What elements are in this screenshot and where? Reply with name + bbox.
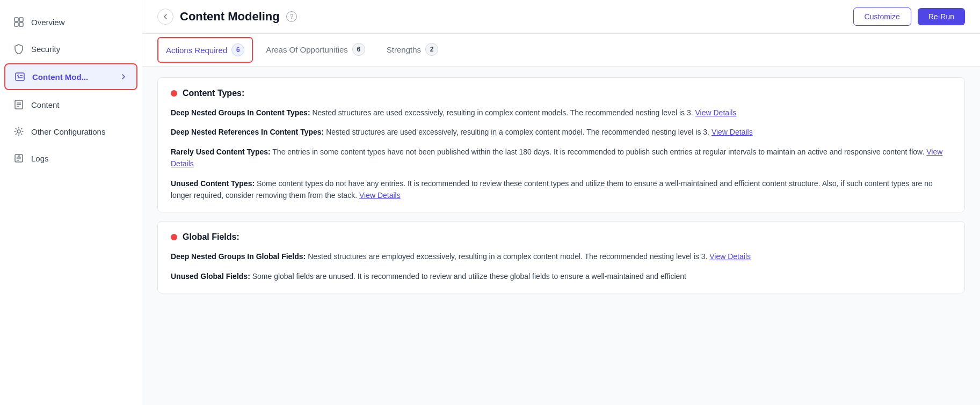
issue-label-rarely-used: Rarely Used Content Types: xyxy=(171,148,271,156)
svg-point-17 xyxy=(18,155,20,157)
issue-deep-nested-groups-gf: Deep Nested Groups In Global Fields: Nes… xyxy=(171,251,952,262)
issue-unused-global-fields: Unused Global Fields: Some global fields… xyxy=(171,270,952,282)
issue-label-unused-global-fields: Unused Global Fields: xyxy=(171,272,250,281)
content-icon xyxy=(13,99,25,111)
tabs-bar: Actions Required 6 Areas Of Opportunitie… xyxy=(142,34,980,67)
sidebar-item-overview-label: Overview xyxy=(31,18,65,27)
issue-rarely-used: Rarely Used Content Types: The entries i… xyxy=(171,146,952,170)
tab-strengths-label: Strengths xyxy=(387,45,421,54)
issue-desc-unused-content-types: Some content types do not have any entri… xyxy=(171,179,933,200)
header-left: Content Modeling ? xyxy=(157,9,297,25)
help-icon[interactable]: ? xyxy=(286,11,297,22)
tab-areas-of-opportunities[interactable]: Areas Of Opportunities 6 xyxy=(257,35,374,64)
header-actions: Customize Re-Run xyxy=(853,8,965,26)
issue-desc-deep-nested-groups: Nested structures are used excessively, … xyxy=(312,108,693,117)
svg-rect-2 xyxy=(14,23,18,26)
sidebar-item-logs[interactable]: Logs xyxy=(0,145,142,172)
view-details-deep-nested-groups-gf[interactable]: View Details xyxy=(709,252,751,261)
svg-rect-3 xyxy=(19,23,23,26)
security-icon xyxy=(13,43,25,55)
svg-rect-0 xyxy=(14,18,18,21)
sidebar-item-content-modeling-label: Content Mod... xyxy=(32,72,88,82)
header: Content Modeling ? Customize Re-Run xyxy=(142,0,980,34)
sidebar-item-security-label: Security xyxy=(31,45,60,54)
issue-desc-rarely-used: The entries in some content types have n… xyxy=(272,148,924,156)
page-title: Content Modeling xyxy=(180,10,280,24)
chevron-right-icon xyxy=(119,72,128,81)
tab-strengths[interactable]: Strengths 2 xyxy=(378,35,447,64)
content-mod-icon xyxy=(14,71,26,83)
sidebar-item-content-modeling[interactable]: Content Mod... xyxy=(4,63,137,90)
config-icon xyxy=(13,126,25,137)
red-dot-global-fields xyxy=(171,234,177,240)
svg-rect-4 xyxy=(16,73,24,80)
issue-deep-nested-groups: Deep Nested Groups In Content Types: Nes… xyxy=(171,107,952,119)
view-details-unused-content-types[interactable]: View Details xyxy=(359,191,401,200)
sidebar-item-other-configurations-label: Other Configurations xyxy=(31,127,105,136)
issue-label-deep-nested-groups-gf: Deep Nested Groups In Global Fields: xyxy=(171,252,306,261)
svg-point-5 xyxy=(18,75,19,77)
tab-strengths-badge: 2 xyxy=(425,43,438,56)
issue-unused-content-types: Unused Content Types: Some content types… xyxy=(171,178,952,202)
sidebar-item-logs-label: Logs xyxy=(31,154,49,163)
logs-icon xyxy=(13,152,25,164)
svg-rect-1 xyxy=(19,18,23,21)
sidebar-item-content[interactable]: Content xyxy=(0,91,142,118)
sidebar-item-security[interactable]: Security xyxy=(0,35,142,62)
sidebar-item-overview[interactable]: Overview xyxy=(0,9,142,35)
issue-label-deep-nested-groups: Deep Nested Groups In Content Types: xyxy=(171,108,310,117)
tab-actions-required-badge: 6 xyxy=(231,43,244,56)
svg-rect-13 xyxy=(15,154,23,162)
issue-label-unused-content-types: Unused Content Types: xyxy=(171,179,255,188)
sidebar-item-content-label: Content xyxy=(31,100,60,109)
issue-desc-deep-nested-references: Nested structures are used excessively, … xyxy=(326,128,709,136)
content-area: Content Types: Deep Nested Groups In Con… xyxy=(142,67,980,405)
content-types-card-title: Content Types: xyxy=(171,89,952,98)
rerun-button[interactable]: Re-Run xyxy=(918,8,965,25)
view-details-deep-nested-references[interactable]: View Details xyxy=(712,128,753,136)
customize-button[interactable]: Customize xyxy=(853,8,911,26)
content-types-card: Content Types: Deep Nested Groups In Con… xyxy=(157,77,965,212)
tab-areas-of-opportunities-badge: 6 xyxy=(352,43,365,56)
issue-label-deep-nested-references: Deep Nested References In Content Types: xyxy=(171,128,324,136)
back-button[interactable] xyxy=(157,9,173,25)
red-dot-content-types xyxy=(171,90,177,97)
tab-areas-of-opportunities-label: Areas Of Opportunities xyxy=(266,45,348,54)
view-details-deep-nested-groups[interactable]: View Details xyxy=(695,108,737,117)
svg-point-12 xyxy=(17,130,20,133)
sidebar-item-other-configurations[interactable]: Other Configurations xyxy=(0,118,142,145)
global-fields-card-title: Global Fields: xyxy=(171,232,952,242)
issue-desc-unused-global-fields: Some global fields are unused. It is rec… xyxy=(252,272,686,281)
issue-deep-nested-references: Deep Nested References In Content Types:… xyxy=(171,126,952,138)
issue-desc-deep-nested-groups-gf: Nested structures are employed excessive… xyxy=(308,252,707,261)
overview-icon xyxy=(13,16,25,28)
sidebar: Overview Security Content Mod... xyxy=(0,0,142,405)
global-fields-card: Global Fields: Deep Nested Groups In Glo… xyxy=(157,221,965,293)
main-content: Content Modeling ? Customize Re-Run Acti… xyxy=(142,0,980,405)
tab-actions-required-label: Actions Required xyxy=(166,46,227,55)
tab-actions-required[interactable]: Actions Required 6 xyxy=(158,38,252,62)
